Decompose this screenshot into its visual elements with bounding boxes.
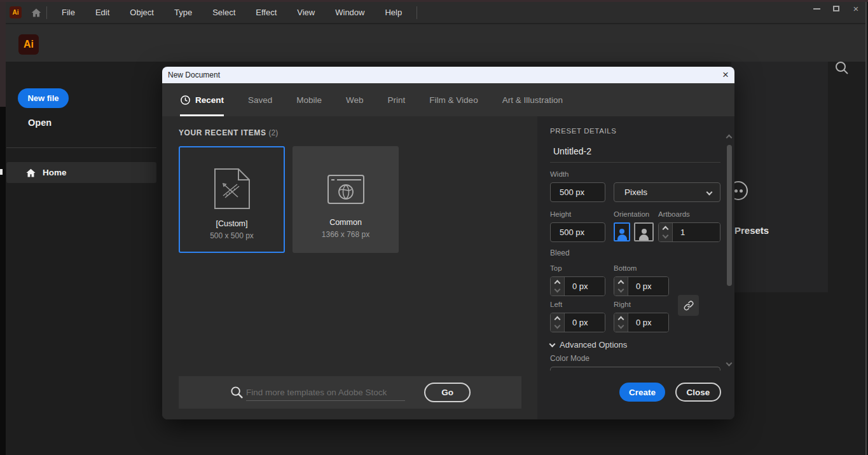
left-edge-marker xyxy=(0,169,3,175)
dialog-titlebar: New Document × xyxy=(162,67,734,83)
bleed-top-stepper[interactable]: 0 px xyxy=(550,276,605,296)
bleed-left-value[interactable]: 0 px xyxy=(565,313,605,332)
bleed-bottom-value[interactable]: 0 px xyxy=(628,277,668,295)
illustrator-logo: Ai xyxy=(18,34,39,55)
bleed-top-value[interactable]: 0 px xyxy=(565,277,605,295)
advanced-options-label: Advanced Options xyxy=(560,340,627,350)
color-mode-dropdown-partial[interactable] xyxy=(550,367,720,370)
go-button[interactable]: Go xyxy=(424,383,471,402)
tab-web[interactable]: Web xyxy=(346,83,364,116)
tab-art-illustration[interactable]: Art & Illustration xyxy=(502,83,563,116)
open-button[interactable]: Open xyxy=(28,118,52,128)
link-icon xyxy=(683,300,694,311)
custom-document-icon xyxy=(214,168,251,210)
portrait-person-icon xyxy=(617,229,627,240)
stepper-arrows[interactable] xyxy=(551,277,565,295)
template-card-common[interactable]: Common 1366 x 768 px xyxy=(293,146,399,253)
menu-object[interactable]: Object xyxy=(120,2,164,24)
menu-effect[interactable]: Effect xyxy=(245,2,287,24)
clock-icon xyxy=(180,95,191,105)
sidebar-divider xyxy=(6,147,156,148)
scroll-down-icon[interactable] xyxy=(726,360,733,367)
color-mode-label: Color Mode xyxy=(550,354,589,363)
orientation-label: Orientation xyxy=(614,210,649,218)
orientation-portrait-button[interactable] xyxy=(614,222,630,241)
chevron-down-icon xyxy=(549,341,556,347)
dialog-close-button[interactable]: × xyxy=(722,67,729,83)
bleed-left-stepper[interactable]: 0 px xyxy=(550,313,605,332)
new-document-dialog: New Document × Recent Saved Mobile Web P… xyxy=(162,67,734,419)
menubar-divider xyxy=(417,6,417,19)
panel-scrollbar[interactable] xyxy=(726,135,733,402)
menu-select[interactable]: Select xyxy=(202,2,245,24)
presets-label: Presets xyxy=(734,225,769,236)
template-name: [Custom] xyxy=(180,219,284,228)
search-icon[interactable] xyxy=(834,60,850,76)
orientation-landscape-button[interactable] xyxy=(634,222,654,241)
artboards-label: Artboards xyxy=(658,210,690,218)
maximize-icon xyxy=(833,6,839,11)
height-label: Height xyxy=(550,210,571,218)
landscape-person-icon xyxy=(639,229,649,240)
bleed-bottom-stepper[interactable]: 0 px xyxy=(614,276,669,296)
menubar-divider xyxy=(46,6,47,19)
menu-edit[interactable]: Edit xyxy=(85,2,120,24)
app-header: Ai xyxy=(0,24,868,62)
minimize-button[interactable] xyxy=(809,3,823,14)
screen-left-edge xyxy=(0,2,6,107)
stepper-arrows[interactable] xyxy=(551,313,565,332)
bleed-right-value[interactable]: 0 px xyxy=(628,313,668,332)
close-dialog-button[interactable]: Close xyxy=(675,383,721,402)
tab-recent-label: Recent xyxy=(195,95,224,105)
preset-details-panel: PRESET DETAILS Untitled-2 Width 500 px P… xyxy=(537,116,734,419)
menu-type[interactable]: Type xyxy=(164,2,202,24)
units-dropdown[interactable]: Pixels xyxy=(614,182,720,202)
home-icon[interactable] xyxy=(31,8,42,18)
stock-search-input[interactable] xyxy=(246,384,405,401)
close-icon: × xyxy=(853,4,859,13)
document-name-field[interactable]: Untitled-2 xyxy=(553,146,591,156)
bleed-bottom-label: Bottom xyxy=(614,264,637,272)
new-file-button[interactable]: New file xyxy=(18,88,69,108)
bleed-right-label: Right xyxy=(614,301,631,308)
template-dimensions: 500 x 500 px xyxy=(180,231,284,240)
advanced-options-toggle[interactable]: Advanced Options xyxy=(550,340,627,350)
tab-film-video[interactable]: Film & Video xyxy=(429,83,478,116)
menu-file[interactable]: File xyxy=(52,2,85,24)
sidebar-home-label: Home xyxy=(43,168,67,177)
recent-items-count: (2) xyxy=(269,128,279,137)
web-globe-icon xyxy=(327,174,365,205)
screen-left-edge xyxy=(0,107,6,455)
menu-window[interactable]: Window xyxy=(325,2,375,24)
bleed-link-button[interactable] xyxy=(678,295,699,316)
height-input[interactable]: 500 px xyxy=(550,222,605,242)
template-name: Common xyxy=(293,218,399,227)
template-dimensions: 1366 x 768 px xyxy=(293,230,399,239)
tab-mobile[interactable]: Mobile xyxy=(296,83,322,116)
illustrator-app-icon[interactable]: Ai xyxy=(10,6,22,18)
close-window-button[interactable]: × xyxy=(849,3,863,14)
width-input[interactable]: 500 px xyxy=(550,182,605,202)
tab-recent[interactable]: Recent xyxy=(180,83,224,116)
artboards-value[interactable]: 1 xyxy=(673,223,720,241)
menu-view[interactable]: View xyxy=(287,2,325,24)
scroll-up-icon[interactable] xyxy=(726,135,733,141)
bleed-right-stepper[interactable]: 0 px xyxy=(614,313,669,332)
home-icon xyxy=(25,168,36,178)
sidebar-item-home[interactable]: Home xyxy=(6,162,156,183)
menu-help[interactable]: Help xyxy=(375,2,412,24)
window-controls: × xyxy=(809,3,863,14)
units-value: Pixels xyxy=(624,187,647,197)
tab-saved[interactable]: Saved xyxy=(248,83,272,116)
stepper-arrows[interactable] xyxy=(614,277,628,295)
create-button[interactable]: Create xyxy=(619,383,665,402)
artboards-stepper[interactable]: 1 xyxy=(658,222,720,242)
templates-section: YOUR RECENT ITEMS(2) [Custom] 500 x 500 … xyxy=(162,116,537,419)
template-card-custom[interactable]: [Custom] 500 x 500 px xyxy=(179,146,285,253)
scrollbar-thumb[interactable] xyxy=(727,145,732,286)
tab-print[interactable]: Print xyxy=(388,83,406,116)
maximize-button[interactable] xyxy=(829,3,843,14)
stepper-arrows[interactable] xyxy=(614,313,628,332)
preset-details-heading: PRESET DETAILS xyxy=(550,127,616,135)
stepper-arrows[interactable] xyxy=(659,223,673,241)
